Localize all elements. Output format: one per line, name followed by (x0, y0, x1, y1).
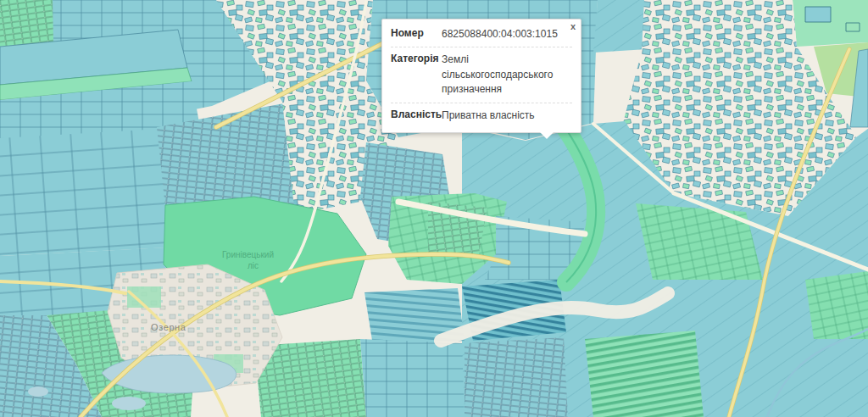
popup-row-number: Номер 6825088400:04:003:1015 (391, 22, 572, 47)
forest-label-line2: ліс (248, 261, 259, 270)
forest-label-line1: Гринівецький (222, 250, 274, 259)
field-value-ownership: Приватна власність (442, 108, 572, 123)
field-value-number: 6825088400:04:003:1015 (442, 27, 572, 42)
popup-row-ownership: Власність Приватна власність (391, 103, 572, 128)
popup-row-category: Категорія Землі сільськогосподарського п… (391, 47, 572, 102)
field-label-category: Категорія (391, 53, 442, 97)
field-label-number: Номер (391, 27, 442, 42)
town-label: Озерна (151, 322, 186, 332)
close-icon[interactable]: x (570, 22, 576, 31)
field-value-category: Землі сільськогосподарського призначення (442, 53, 572, 97)
parcel-info-popup: x Номер 6825088400:04:003:1015 Категорія… (381, 19, 581, 133)
map-viewport: Озерна Гринівецький ліс О-231113 x Номер… (0, 0, 868, 417)
popup-anchor-arrow (540, 132, 554, 139)
field-label-ownership: Власність (391, 108, 442, 123)
